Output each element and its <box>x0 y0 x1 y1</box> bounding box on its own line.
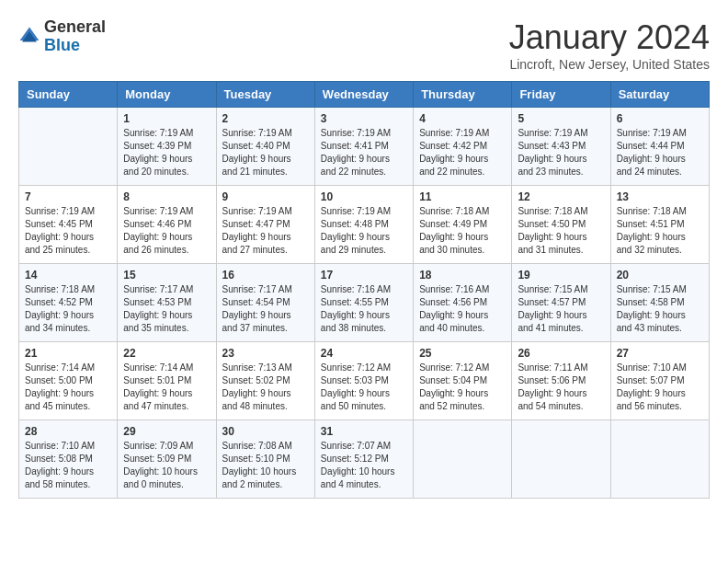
calendar-cell: 11Sunrise: 7:18 AM Sunset: 4:49 PM Dayli… <box>414 186 512 264</box>
day-info: Sunrise: 7:18 AM Sunset: 4:49 PM Dayligh… <box>419 205 506 257</box>
calendar-cell: 2Sunrise: 7:19 AM Sunset: 4:40 PM Daylig… <box>216 108 314 186</box>
calendar-cell: 7Sunrise: 7:19 AM Sunset: 4:45 PM Daylig… <box>19 186 118 264</box>
day-info: Sunrise: 7:19 AM Sunset: 4:43 PM Dayligh… <box>518 127 604 178</box>
day-info: Sunrise: 7:19 AM Sunset: 4:45 PM Dayligh… <box>25 205 111 257</box>
calendar-cell: 22Sunrise: 7:14 AM Sunset: 5:01 PM Dayli… <box>118 342 216 420</box>
calendar-cell: 16Sunrise: 7:17 AM Sunset: 4:54 PM Dayli… <box>216 264 314 342</box>
day-info: Sunrise: 7:11 AM Sunset: 5:06 PM Dayligh… <box>518 362 604 413</box>
day-number: 14 <box>25 269 111 282</box>
calendar-week-5: 28Sunrise: 7:10 AM Sunset: 5:08 PM Dayli… <box>19 420 710 499</box>
calendar-cell: 14Sunrise: 7:18 AM Sunset: 4:52 PM Dayli… <box>19 264 118 342</box>
calendar-cell: 4Sunrise: 7:19 AM Sunset: 4:42 PM Daylig… <box>414 108 512 186</box>
day-info: Sunrise: 7:12 AM Sunset: 5:04 PM Dayligh… <box>419 362 506 413</box>
logo-icon <box>18 26 40 48</box>
day-info: Sunrise: 7:13 AM Sunset: 5:02 PM Dayligh… <box>222 362 309 413</box>
day-number: 9 <box>222 190 309 203</box>
logo: General Blue <box>18 18 106 55</box>
day-info: Sunrise: 7:08 AM Sunset: 5:10 PM Dayligh… <box>222 440 309 491</box>
calendar-cell: 12Sunrise: 7:18 AM Sunset: 4:50 PM Dayli… <box>512 186 610 264</box>
calendar-week-2: 7Sunrise: 7:19 AM Sunset: 4:45 PM Daylig… <box>19 186 710 264</box>
day-number: 28 <box>25 425 111 438</box>
calendar-week-4: 21Sunrise: 7:14 AM Sunset: 5:00 PM Dayli… <box>19 342 710 420</box>
calendar-cell: 17Sunrise: 7:16 AM Sunset: 4:55 PM Dayli… <box>314 264 413 342</box>
calendar-cell: 10Sunrise: 7:19 AM Sunset: 4:48 PM Dayli… <box>314 186 413 264</box>
day-info: Sunrise: 7:18 AM Sunset: 4:52 PM Dayligh… <box>25 283 111 335</box>
calendar-cell: 30Sunrise: 7:08 AM Sunset: 5:10 PM Dayli… <box>216 420 314 499</box>
calendar-cell: 5Sunrise: 7:19 AM Sunset: 4:43 PM Daylig… <box>512 108 610 186</box>
day-number: 10 <box>321 190 407 203</box>
logo-general: General <box>44 17 106 36</box>
calendar-cell: 27Sunrise: 7:10 AM Sunset: 5:07 PM Dayli… <box>610 342 709 420</box>
day-number: 19 <box>518 269 604 282</box>
calendar-cell: 8Sunrise: 7:19 AM Sunset: 4:46 PM Daylig… <box>118 186 216 264</box>
calendar-cell: 26Sunrise: 7:11 AM Sunset: 5:06 PM Dayli… <box>512 342 610 420</box>
day-header-thursday: Thursday <box>414 82 512 108</box>
day-header-tuesday: Tuesday <box>216 82 314 108</box>
day-number: 24 <box>321 347 407 360</box>
day-info: Sunrise: 7:19 AM Sunset: 4:44 PM Dayligh… <box>617 127 703 178</box>
day-info: Sunrise: 7:19 AM Sunset: 4:48 PM Dayligh… <box>321 205 407 257</box>
day-number: 1 <box>123 112 210 125</box>
calendar-cell: 28Sunrise: 7:10 AM Sunset: 5:08 PM Dayli… <box>19 420 118 499</box>
day-number: 21 <box>25 347 111 360</box>
day-number: 6 <box>617 112 703 125</box>
day-info: Sunrise: 7:16 AM Sunset: 4:56 PM Dayligh… <box>419 283 506 335</box>
logo-text: General Blue <box>44 18 106 55</box>
day-info: Sunrise: 7:14 AM Sunset: 5:01 PM Dayligh… <box>123 362 210 413</box>
page-header: General Blue January 2024 Lincroft, New … <box>18 18 710 72</box>
day-header-sunday: Sunday <box>19 82 118 108</box>
day-info: Sunrise: 7:19 AM Sunset: 4:40 PM Dayligh… <box>222 127 309 178</box>
logo-blue: Blue <box>44 36 80 54</box>
day-info: Sunrise: 7:10 AM Sunset: 5:08 PM Dayligh… <box>25 440 111 491</box>
calendar-subtitle: Lincroft, New Jersey, United States <box>509 57 710 72</box>
calendar-cell: 24Sunrise: 7:12 AM Sunset: 5:03 PM Dayli… <box>314 342 413 420</box>
day-header-friday: Friday <box>512 82 610 108</box>
day-number: 23 <box>222 347 309 360</box>
day-info: Sunrise: 7:17 AM Sunset: 4:53 PM Dayligh… <box>123 283 210 335</box>
calendar-cell: 19Sunrise: 7:15 AM Sunset: 4:57 PM Dayli… <box>512 264 610 342</box>
day-number: 25 <box>419 347 506 360</box>
day-number: 4 <box>419 112 506 125</box>
day-number: 12 <box>518 190 604 203</box>
day-header-wednesday: Wednesday <box>314 82 413 108</box>
day-number: 26 <box>518 347 604 360</box>
calendar-cell: 25Sunrise: 7:12 AM Sunset: 5:04 PM Dayli… <box>414 342 512 420</box>
header-row: SundayMondayTuesdayWednesdayThursdayFrid… <box>19 82 710 108</box>
day-number: 30 <box>222 425 309 438</box>
day-header-monday: Monday <box>118 82 216 108</box>
calendar-cell: 6Sunrise: 7:19 AM Sunset: 4:44 PM Daylig… <box>610 108 709 186</box>
day-info: Sunrise: 7:18 AM Sunset: 4:50 PM Dayligh… <box>518 205 604 257</box>
day-info: Sunrise: 7:19 AM Sunset: 4:47 PM Dayligh… <box>222 205 309 257</box>
calendar-cell: 1Sunrise: 7:19 AM Sunset: 4:39 PM Daylig… <box>118 108 216 186</box>
calendar-cell <box>19 108 118 186</box>
day-info: Sunrise: 7:14 AM Sunset: 5:00 PM Dayligh… <box>25 362 111 413</box>
day-header-saturday: Saturday <box>610 82 709 108</box>
calendar-cell: 23Sunrise: 7:13 AM Sunset: 5:02 PM Dayli… <box>216 342 314 420</box>
day-info: Sunrise: 7:12 AM Sunset: 5:03 PM Dayligh… <box>321 362 407 413</box>
day-number: 22 <box>123 347 210 360</box>
day-number: 7 <box>25 190 111 203</box>
day-info: Sunrise: 7:19 AM Sunset: 4:42 PM Dayligh… <box>419 127 506 178</box>
day-number: 8 <box>123 190 210 203</box>
day-number: 15 <box>123 269 210 282</box>
calendar-cell <box>414 420 512 499</box>
calendar-week-1: 1Sunrise: 7:19 AM Sunset: 4:39 PM Daylig… <box>19 108 710 186</box>
calendar-cell: 3Sunrise: 7:19 AM Sunset: 4:41 PM Daylig… <box>314 108 413 186</box>
calendar-cell: 21Sunrise: 7:14 AM Sunset: 5:00 PM Dayli… <box>19 342 118 420</box>
day-number: 31 <box>321 425 407 438</box>
calendar-title: January 2024 <box>509 18 710 57</box>
day-info: Sunrise: 7:15 AM Sunset: 4:57 PM Dayligh… <box>518 283 604 335</box>
calendar-cell: 13Sunrise: 7:18 AM Sunset: 4:51 PM Dayli… <box>610 186 709 264</box>
calendar-cell: 15Sunrise: 7:17 AM Sunset: 4:53 PM Dayli… <box>118 264 216 342</box>
day-info: Sunrise: 7:19 AM Sunset: 4:39 PM Dayligh… <box>123 127 210 178</box>
day-info: Sunrise: 7:07 AM Sunset: 5:12 PM Dayligh… <box>321 440 407 491</box>
calendar-cell <box>512 420 610 499</box>
day-info: Sunrise: 7:19 AM Sunset: 4:46 PM Dayligh… <box>123 205 210 257</box>
day-number: 11 <box>419 190 506 203</box>
calendar-cell: 20Sunrise: 7:15 AM Sunset: 4:58 PM Dayli… <box>610 264 709 342</box>
calendar-body: 1Sunrise: 7:19 AM Sunset: 4:39 PM Daylig… <box>19 108 710 499</box>
day-info: Sunrise: 7:18 AM Sunset: 4:51 PM Dayligh… <box>617 205 703 257</box>
day-info: Sunrise: 7:16 AM Sunset: 4:55 PM Dayligh… <box>321 283 407 335</box>
day-number: 13 <box>617 190 703 203</box>
day-info: Sunrise: 7:10 AM Sunset: 5:07 PM Dayligh… <box>617 362 703 413</box>
